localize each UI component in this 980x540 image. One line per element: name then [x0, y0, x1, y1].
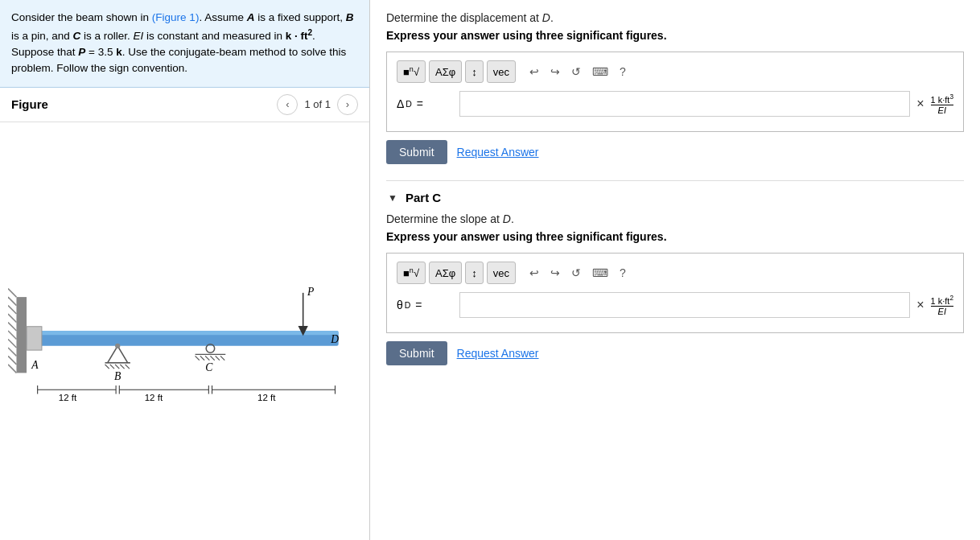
figure-link[interactable]: (Figure 1) — [152, 11, 200, 23]
svg-text:12 ft: 12 ft — [144, 393, 163, 402]
svg-line-3 — [8, 306, 16, 314]
radical-icon-c: ■n√ — [403, 266, 419, 279]
input-row-c: θD = × 1 k·ft2 EI — [397, 292, 953, 318]
svg-text:12 ft: 12 ft — [58, 393, 76, 402]
symbol-btn-b[interactable]: ΑΣφ — [429, 60, 462, 83]
part-c-title: Part C — [406, 191, 441, 204]
svg-line-6 — [8, 331, 16, 339]
left-panel: Consider the beam shown in (Figure 1). A… — [0, 0, 370, 540]
symbol-icon-b: ΑΣφ — [435, 66, 455, 78]
submit-button-c[interactable]: Submit — [386, 341, 447, 365]
problem-description: Consider the beam shown in (Figure 1). A… — [0, 0, 369, 88]
input-label-c: θD = — [397, 299, 453, 311]
undo-icon-c[interactable]: ↩ — [525, 264, 543, 282]
part-c-body: Determine the slope at D. Express your a… — [386, 212, 964, 365]
vec-icon-b: vec — [493, 66, 509, 78]
symbol-btn-c[interactable]: ΑΣφ — [429, 262, 462, 284]
refresh-icon-c[interactable]: ↺ — [567, 264, 585, 282]
times-b: × — [916, 97, 924, 111]
svg-line-9 — [8, 357, 16, 365]
question-slope: Determine the slope at D. — [386, 212, 964, 225]
times-c: × — [916, 298, 924, 312]
input-row-b: ΔD = × 1 k·ft3 EI — [397, 91, 953, 117]
refresh-icon-b[interactable]: ↺ — [567, 63, 585, 80]
svg-line-1 — [8, 289, 16, 297]
arrow-btn-b[interactable]: ↕ — [465, 60, 484, 83]
figure-prev-button[interactable]: ‹ — [277, 94, 298, 115]
desc-text: Consider the beam shown in (Figure 1). A… — [11, 11, 353, 74]
symbol-icon-c: ΑΣφ — [435, 267, 455, 279]
help-icon-b[interactable]: ? — [616, 63, 630, 80]
figure-nav: ‹ 1 of 1 › — [277, 94, 358, 115]
figure-page: 1 of 1 — [304, 98, 331, 110]
svg-line-4 — [8, 314, 16, 322]
redo-icon-c[interactable]: ↪ — [546, 264, 564, 282]
unit-b: 1 k·ft3 EI — [931, 93, 953, 115]
vec-btn-b[interactable]: vec — [487, 60, 516, 83]
sig-figs-c: Express your answer using three signific… — [386, 230, 964, 243]
svg-text:C: C — [205, 362, 213, 374]
svg-line-20 — [115, 365, 119, 369]
svg-rect-12 — [27, 331, 339, 335]
svg-rect-0 — [16, 297, 27, 373]
toolbar-b: ■n√ ΑΣφ ↕ vec ↩ ↪ ↺ ⌨ ? — [397, 60, 953, 83]
figure-header: Figure ‹ 1 of 1 › — [0, 88, 369, 122]
svg-point-23 — [115, 344, 120, 348]
arrow-icon-c: ↕ — [471, 267, 477, 279]
svg-line-16 — [117, 346, 128, 363]
svg-rect-13 — [27, 327, 42, 350]
question-displacement: Determine the displacement at D. — [386, 11, 964, 24]
keyboard-icon-b[interactable]: ⌨ — [588, 63, 612, 80]
undo-icon-b[interactable]: ↩ — [525, 63, 543, 80]
right-panel: Determine the displacement at D. Express… — [370, 0, 980, 540]
svg-line-30 — [210, 357, 214, 361]
vec-icon-c: vec — [493, 267, 509, 279]
part-b-section: Determine the displacement at D. Express… — [386, 11, 964, 164]
sig-figs-b: Express your answer using three signific… — [386, 29, 964, 42]
svg-line-2 — [8, 297, 16, 305]
figure-image-area: A B — [0, 122, 369, 541]
svg-text:D: D — [330, 333, 339, 345]
part-c-section: ▼ Part C Determine the slope at D. Expre… — [386, 191, 964, 365]
figure-area: Figure ‹ 1 of 1 › — [0, 88, 369, 541]
submit-button-b[interactable]: Submit — [386, 140, 447, 164]
radical-btn-b[interactable]: ■n√ — [397, 60, 426, 83]
input-label-b: ΔD = — [397, 97, 453, 110]
answer-box-b: ■n√ ΑΣφ ↕ vec ↩ ↪ ↺ ⌨ ? — [386, 52, 964, 132]
request-answer-link-b[interactable]: Request Answer — [457, 146, 539, 159]
figure-next-button[interactable]: › — [337, 94, 358, 115]
svg-text:A: A — [31, 359, 39, 371]
svg-text:P: P — [306, 286, 313, 298]
action-row-c: Submit Request Answer — [386, 341, 964, 365]
radical-btn-c[interactable]: ■n√ — [397, 262, 426, 284]
action-row-b: Submit Request Answer — [386, 140, 964, 164]
svg-line-8 — [8, 348, 16, 356]
unit-c: 1 k·ft2 EI — [931, 295, 953, 316]
arrow-btn-c[interactable]: ↕ — [465, 262, 484, 284]
keyboard-icon-c[interactable]: ⌨ — [588, 264, 612, 282]
redo-icon-b[interactable]: ↪ — [546, 63, 564, 80]
svg-line-32 — [220, 357, 224, 361]
help-icon-c[interactable]: ? — [616, 264, 630, 282]
svg-text:B: B — [113, 370, 121, 382]
svg-line-27 — [195, 357, 199, 361]
vec-btn-c[interactable]: vec — [487, 262, 516, 284]
slope-input[interactable] — [459, 292, 910, 318]
svg-line-19 — [109, 365, 113, 369]
arrow-icon-b: ↕ — [471, 66, 477, 78]
request-answer-link-c[interactable]: Request Answer — [457, 347, 539, 360]
svg-line-7 — [8, 340, 16, 348]
collapse-arrow-c[interactable]: ▼ — [386, 192, 399, 204]
svg-line-5 — [8, 323, 16, 331]
svg-line-18 — [105, 365, 109, 369]
toolbar-c: ■n√ ΑΣφ ↕ vec ↩ ↪ ↺ ⌨ ? — [397, 262, 953, 284]
displacement-input[interactable] — [459, 91, 910, 117]
svg-line-29 — [205, 357, 209, 361]
svg-line-31 — [215, 357, 219, 361]
part-c-header: ▼ Part C — [386, 191, 964, 204]
divider — [386, 180, 964, 181]
svg-line-22 — [125, 365, 129, 369]
beam-diagram: A B — [8, 246, 362, 415]
svg-line-15 — [107, 346, 117, 363]
figure-title: Figure — [11, 97, 277, 111]
